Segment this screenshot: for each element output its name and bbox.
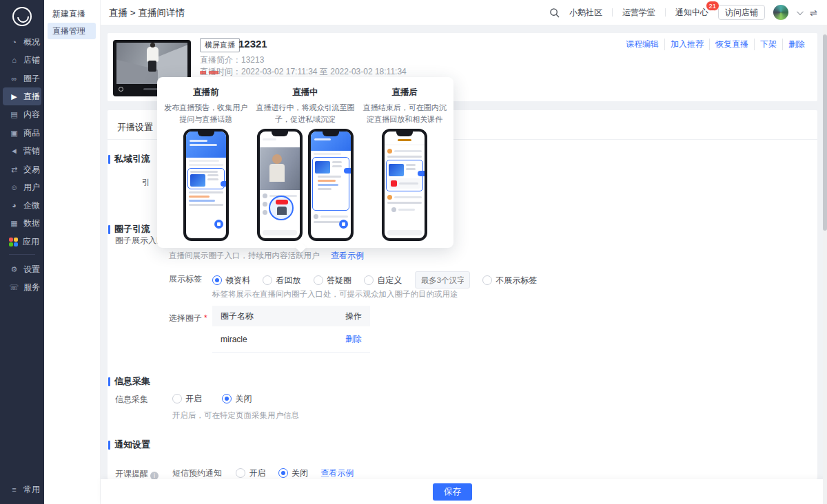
switch-shop-icon[interactable]: ⇌ [810, 8, 817, 18]
status-tag-partial [200, 71, 218, 74]
radio-tag-material[interactable] [212, 275, 222, 285]
sidebar-item-data[interactable]: ▦数据 [3, 214, 41, 232]
circle-table-header: 圈子名称 操作 [212, 306, 370, 326]
action-take-down[interactable]: 下架 [755, 39, 783, 50]
radio-tag-none[interactable] [482, 275, 492, 285]
brand-logo-icon[interactable] [12, 7, 32, 26]
stream-time: 直播时间：2022-03-02 17:11:34 至 2022-03-02 18… [200, 66, 407, 78]
action-resume-live[interactable]: 恢复直播 [710, 39, 755, 50]
divider [665, 8, 666, 17]
topbar: 直播 > 直播间详情 小鹅社区 运营学堂 通知中心21 访问店铺 ⇌ [101, 0, 827, 25]
sidebar-item-users[interactable]: ☺用户 [3, 178, 41, 196]
info-collect-label: 信息采集 [115, 394, 148, 406]
subnav-item-new-live[interactable]: 新建直播 [52, 8, 85, 20]
replay-sticker-highlight [269, 196, 294, 220]
circle-name: miracle [221, 335, 247, 344]
radio-sms-off[interactable] [278, 468, 288, 478]
chevron-down-icon[interactable] [797, 8, 804, 15]
section-private-traffic: 私域引流 [108, 153, 150, 165]
sidebar-item-service[interactable]: ☏服务 [3, 278, 41, 296]
phone-mockup-live-video [257, 129, 303, 241]
view-example-link[interactable]: 查看示例 [331, 251, 364, 260]
topbar-right: 小鹅社区 运营学堂 通知中心21 访问店铺 ⇌ [549, 0, 817, 25]
sidebar-item-settings[interactable]: ⚙设置 [3, 260, 41, 278]
phone-mockup-live-feed [308, 129, 354, 241]
overview-icon: ◔ [9, 38, 19, 46]
scrollbar-track[interactable] [823, 25, 827, 504]
radio-sms-on[interactable] [236, 468, 245, 478]
radio-info-off[interactable] [222, 394, 232, 403]
highlight-replay-callout [386, 160, 423, 191]
radio-tag-qa[interactable] [314, 275, 323, 285]
action-add-recommend[interactable]: 加入推荐 [665, 39, 710, 50]
gear-icon: ⚙ [9, 265, 19, 274]
compose-fab-icon [339, 220, 348, 229]
radio-tag-custom[interactable] [364, 275, 374, 285]
player-outline-circle [119, 87, 123, 92]
sidebar-divider [9, 254, 35, 255]
action-course-edit[interactable]: 课程编辑 [620, 39, 665, 50]
highlight-post-callout [187, 168, 225, 189]
live-guide-popover: 直播前 发布直播预告，收集用户提问与直播话题 直播中 直播进行中，将观众 [157, 77, 453, 248]
app-root: ◔概况 ⌂店铺 ∞圈子 ▶直播 ▤内容 ▣商品 ◄营销 ⇄交易 ☺用户 ◕企微 … [0, 0, 827, 504]
content-icon: ▤ [9, 110, 19, 119]
sidebar-item-goods[interactable]: ▣商品 [3, 124, 41, 142]
info-collect-help: 开启后，可在特定页面采集用户信息 [172, 410, 299, 421]
sidebar-item-circle[interactable]: ∞圈子 [3, 70, 41, 87]
sidebar-item-frequent[interactable]: ≡常用 [3, 481, 41, 498]
custom-tag-input[interactable] [415, 271, 470, 288]
search-icon[interactable] [549, 8, 560, 18]
live-icon: ▶ [9, 92, 19, 101]
stream-actions: 课程编辑 加入推荐 恢复直播 下架 删除 [620, 39, 810, 50]
sms-notify-row: 短信预约通知 开启 关闭 查看示例 [172, 466, 354, 479]
circle-entry-help-row: 直播间展示圈子入口，持续用内容活跃用户 查看示例 [169, 249, 364, 262]
notify-count-badge: 21 [706, 1, 720, 11]
sidebar-item-wecom[interactable]: ◕企微 [3, 196, 41, 214]
avatar[interactable] [773, 5, 788, 20]
sms-view-example-link[interactable]: 查看示例 [320, 468, 354, 478]
radio-tag-replay[interactable] [263, 275, 272, 285]
sidebar-item-shop[interactable]: ⌂店铺 [3, 51, 41, 69]
radio-info-on[interactable] [172, 394, 182, 403]
private-partial-label: 引 [142, 177, 150, 189]
sidebar-item-marketing[interactable]: ◄营销 [3, 142, 41, 160]
select-circle-label: 选择圈子* [169, 313, 207, 324]
circle-table: 圈子名称 操作 miracle 删除 [212, 306, 370, 353]
shop-icon: ⌂ [9, 56, 19, 64]
visit-shop-button[interactable]: 访问店铺 [718, 5, 765, 20]
required-mark: * [204, 313, 207, 323]
section-info-collect: 信息采集 [108, 375, 150, 388]
pdf-attachment-row [389, 178, 420, 189]
sidebar-item-apps[interactable]: 应用 [3, 233, 41, 251]
sidebar-item-content[interactable]: ▤内容 [3, 105, 41, 123]
topbar-link-academy[interactable]: 运营学堂 [621, 7, 657, 19]
user-icon: ☺ [9, 183, 19, 191]
wecom-icon: ◕ [9, 201, 19, 209]
stream-title: 12321 [238, 38, 267, 50]
phone-mockup-after [382, 129, 427, 241]
class-reminder-label: 开课提醒i [115, 468, 159, 480]
tag-options-row: 领资料 看回放 答疑圈 自定义 不展示标签 [212, 271, 547, 288]
topbar-link-notify[interactable]: 通知中心21 [674, 7, 710, 19]
tab-broadcast-settings[interactable]: 开播设置 [117, 121, 153, 134]
sidebar-item-overview[interactable]: ◔概况 [3, 33, 41, 51]
save-button[interactable]: 保存 [433, 483, 472, 501]
marketing-icon: ◄ [9, 147, 19, 155]
breadcrumb: 直播 > 直播间详情 [109, 7, 185, 19]
action-delete[interactable]: 删除 [783, 39, 810, 50]
save-footer: 保存 [101, 479, 827, 504]
topbar-link-community[interactable]: 小鹅社区 [568, 7, 604, 19]
divider [612, 8, 613, 17]
stream-type-badge: 横屏直播 [200, 38, 240, 52]
sidebar-item-live[interactable]: ▶直播 [3, 87, 41, 105]
tag-help-text: 标签将展示在直播间内圈子入口处，可提示观众加入圈子的目的或用途 [212, 289, 458, 300]
comment-input-bar [387, 230, 422, 235]
compose-fab-icon [214, 220, 223, 229]
popup-col-after: 直播后 直播结束后，可在圈内沉淀直播回放和相关课件 [363, 85, 447, 240]
scrollbar-thumb[interactable] [823, 34, 827, 231]
subnav-item-live-manage[interactable]: 直播管理 [48, 23, 96, 39]
circle-delete-link[interactable]: 删除 [345, 333, 362, 345]
sidebar-item-trade[interactable]: ⇄交易 [3, 160, 41, 178]
chat-input-bar [263, 230, 297, 235]
circle-icon: ∞ [9, 74, 19, 83]
